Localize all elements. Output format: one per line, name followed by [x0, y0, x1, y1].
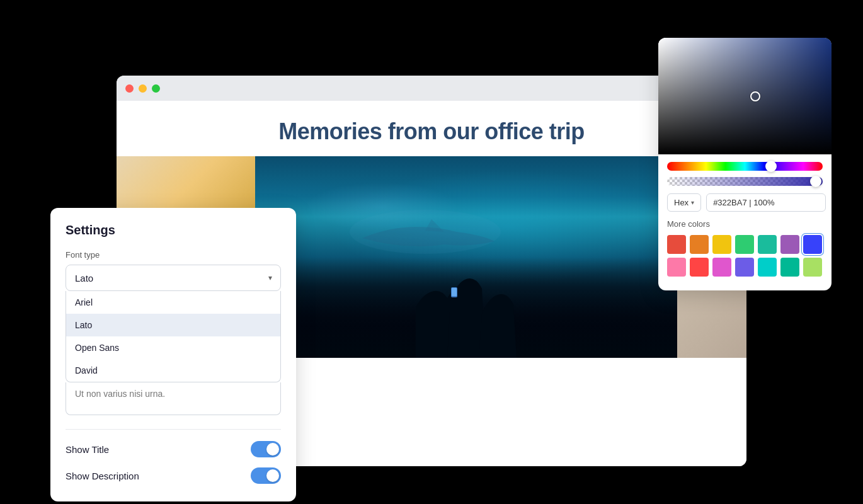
- show-title-toggle-knob: [266, 443, 279, 455]
- traffic-light-yellow[interactable]: [139, 84, 147, 93]
- hex-row: Hex ▾: [667, 193, 823, 212]
- alpha-track[interactable]: [667, 177, 823, 186]
- swatch-orange[interactable]: [690, 235, 709, 254]
- textarea-wrapper: [66, 382, 281, 418]
- color-gradient-cursor: [750, 91, 760, 101]
- swatch-emerald[interactable]: [780, 258, 799, 277]
- show-description-row: Show Description: [66, 467, 281, 484]
- hex-format-label: Hex: [674, 198, 689, 207]
- people-silhouettes-svg: [255, 257, 677, 358]
- swatch-lime[interactable]: [803, 258, 822, 277]
- alpha-slider-container: [667, 177, 823, 186]
- show-title-label: Show Title: [66, 444, 109, 455]
- alpha-thumb: [810, 176, 821, 187]
- settings-panel-title: Settings: [66, 223, 281, 238]
- swatch-blue-active[interactable]: [803, 235, 822, 254]
- font-option-david[interactable]: David: [66, 359, 280, 382]
- show-title-toggle[interactable]: [251, 441, 281, 457]
- traffic-light-green[interactable]: [152, 84, 160, 93]
- settings-panel: Settings Font type Lato Ariel Open Sans …: [50, 208, 296, 501]
- font-select-wrapper: Lato Ariel Open Sans David ▾: [66, 265, 281, 291]
- swatch-cyan[interactable]: [758, 258, 777, 277]
- swatch-pink[interactable]: [667, 258, 686, 277]
- hex-format-select[interactable]: Hex ▾: [667, 193, 701, 212]
- swatch-yellow[interactable]: [712, 235, 731, 254]
- svg-rect-2: [452, 288, 457, 296]
- swatch-violet[interactable]: [735, 258, 754, 277]
- show-description-label: Show Description: [66, 471, 139, 481]
- swatch-green[interactable]: [735, 235, 754, 254]
- gradient-dark-layer: [658, 38, 832, 154]
- silhouettes: [255, 257, 677, 358]
- hex-value-input[interactable]: [706, 193, 826, 212]
- font-dropdown-list: Ariel Lato Open Sans David: [66, 291, 281, 382]
- font-option-ariel[interactable]: Ariel: [66, 291, 280, 314]
- font-option-opensans[interactable]: Open Sans: [66, 336, 280, 359]
- slideshow-title: Memories from our office trip: [117, 101, 746, 156]
- show-description-toggle-knob: [266, 469, 279, 482]
- traffic-light-red[interactable]: [125, 84, 134, 93]
- picker-controls: Hex ▾ More colors: [658, 154, 832, 277]
- swatch-teal[interactable]: [758, 235, 777, 254]
- color-gradient-area[interactable]: [658, 38, 832, 154]
- font-type-label: Font type: [66, 250, 281, 260]
- font-type-select[interactable]: Lato Ariel Open Sans David: [66, 265, 281, 291]
- hue-slider[interactable]: [667, 162, 823, 171]
- description-textarea[interactable]: [66, 382, 281, 415]
- show-title-row: Show Title: [66, 441, 281, 457]
- image-main: [255, 156, 677, 358]
- hex-format-arrow-icon: ▾: [691, 199, 694, 206]
- hue-thumb: [765, 161, 777, 172]
- settings-divider-1: [66, 429, 281, 430]
- swatch-red[interactable]: [667, 235, 686, 254]
- font-option-lato[interactable]: Lato: [66, 314, 280, 336]
- color-picker-panel: Hex ▾ More colors: [658, 38, 832, 290]
- swatch-bright-red[interactable]: [690, 258, 709, 277]
- more-colors-label: More colors: [667, 219, 823, 229]
- swatch-purple[interactable]: [780, 235, 799, 254]
- show-description-toggle[interactable]: [251, 467, 281, 484]
- color-swatches-row1: [667, 235, 823, 254]
- swatch-magenta[interactable]: [712, 258, 731, 277]
- window-titlebar: [117, 76, 746, 101]
- color-swatches-row2: [667, 258, 823, 277]
